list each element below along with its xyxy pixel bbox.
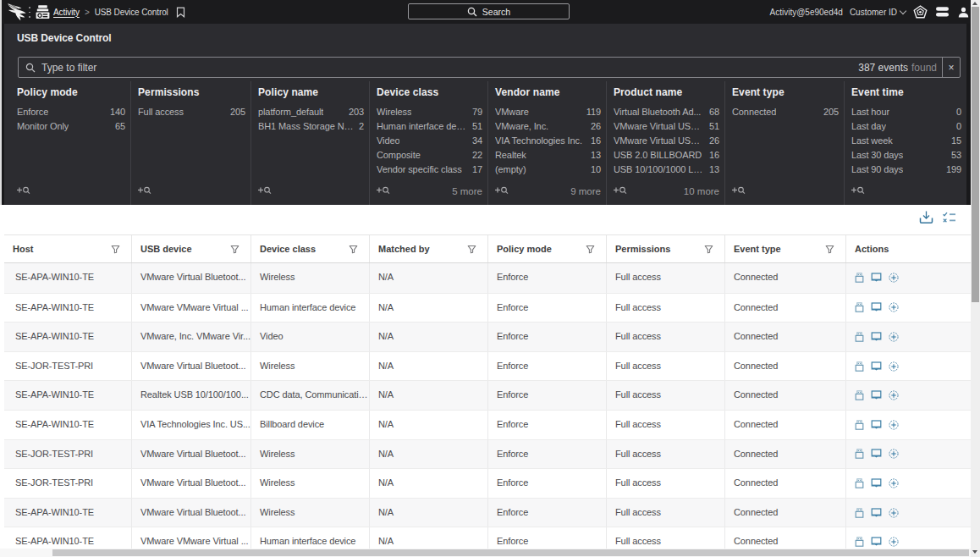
plus-circle-icon[interactable] xyxy=(889,420,899,430)
facet-value[interactable]: platform_default 203 xyxy=(258,105,364,119)
funnel-icon[interactable] xyxy=(349,245,358,254)
facet-value[interactable]: USB 10/100/1000 LAN 13 xyxy=(614,163,719,177)
facet-more-link[interactable]: 5 more xyxy=(452,186,482,196)
facet-value[interactable]: BH1 Mass Storage No ... 2 xyxy=(258,119,364,134)
facet-value[interactable]: Vendor specific class 17 xyxy=(377,163,482,177)
horizontal-scrollbar-thumb[interactable] xyxy=(52,549,969,556)
facet-value[interactable]: VIA Technologies Inc. 16 xyxy=(495,134,601,148)
facet-value[interactable]: VMware Virtual USB ... 26 xyxy=(614,134,719,148)
facet-value[interactable]: Last day 0 xyxy=(851,119,961,134)
funnel-icon[interactable] xyxy=(111,245,120,254)
plus-circle-icon[interactable] xyxy=(889,478,899,488)
usb-device-icon[interactable] xyxy=(855,420,864,430)
facet-value[interactable]: Human interface devi... 51 xyxy=(377,119,482,134)
funnel-icon[interactable] xyxy=(704,245,713,254)
plus-circle-icon[interactable] xyxy=(889,361,899,372)
usb-device-icon[interactable] xyxy=(855,449,864,459)
facet-value[interactable]: USB 2.0 BILLBOARD 16 xyxy=(614,148,719,163)
vertical-scrollbar-thumb[interactable] xyxy=(972,7,979,302)
facet-value[interactable]: Realtek 13 xyxy=(495,148,601,163)
facet-value[interactable]: VMware Virtual USB ... 51 xyxy=(614,119,719,134)
column-select-icon[interactable] xyxy=(942,212,956,223)
computer-icon[interactable] xyxy=(871,273,882,283)
add-facet-filter-button[interactable] xyxy=(138,184,151,199)
scroll-down-arrow-icon[interactable] xyxy=(972,550,977,554)
facet-value[interactable]: VMware, Inc. 26 xyxy=(495,119,601,134)
plus-circle-icon[interactable] xyxy=(889,332,899,342)
facet-value[interactable]: Composite 22 xyxy=(377,148,482,163)
computer-icon[interactable] xyxy=(871,537,882,547)
facet-value[interactable]: Wireless 79 xyxy=(377,105,482,119)
funnel-icon[interactable] xyxy=(586,245,595,254)
cell-device-class: Billboard device xyxy=(251,411,369,439)
funnel-icon[interactable] xyxy=(230,245,239,254)
download-icon[interactable] xyxy=(919,210,933,224)
add-facet-filter-button[interactable] xyxy=(495,184,509,199)
facet-value[interactable]: Full access 205 xyxy=(138,105,245,119)
facet-columns: Policy mode Enforce 140 Monitor Only 65 xyxy=(4,81,966,205)
usb-device-icon[interactable] xyxy=(855,478,864,488)
computer-icon[interactable] xyxy=(871,420,882,430)
funnel-icon[interactable] xyxy=(467,245,476,254)
facet-value-count: 0 xyxy=(956,119,961,134)
breadcrumb-activity-link[interactable]: Activity xyxy=(53,8,80,17)
plus-circle-icon[interactable] xyxy=(889,390,899,400)
computer-icon[interactable] xyxy=(871,390,882,400)
facet-value[interactable]: Connected 205 xyxy=(732,105,839,119)
add-facet-filter-button[interactable] xyxy=(732,184,746,199)
customer-id-dropdown[interactable]: Customer ID xyxy=(850,8,906,17)
computer-icon[interactable] xyxy=(871,478,882,488)
user-icon[interactable] xyxy=(957,6,970,19)
usb-device-icon[interactable] xyxy=(855,508,864,518)
falcon-logo[interactable] xyxy=(7,3,29,25)
facet-value[interactable]: Last week 15 xyxy=(851,134,961,148)
plus-circle-icon[interactable] xyxy=(889,273,899,283)
plus-circle-icon[interactable] xyxy=(889,508,899,518)
usb-device-icon[interactable] xyxy=(855,302,864,312)
vertical-scrollbar[interactable] xyxy=(971,0,980,557)
facet-value[interactable]: (empty) 10 xyxy=(495,163,601,177)
cell-actions xyxy=(845,527,971,549)
plus-circle-icon[interactable] xyxy=(889,449,899,459)
kebab-menu-icon[interactable] xyxy=(29,7,31,18)
global-search-input[interactable]: Search xyxy=(408,3,570,19)
add-facet-filter-button[interactable] xyxy=(258,184,272,199)
cell-permissions: Full access xyxy=(606,294,724,323)
clear-filter-button[interactable]: × xyxy=(942,57,960,78)
facet-value[interactable]: Last 30 days 53 xyxy=(851,148,961,163)
facet-value[interactable]: Last 90 days 199 xyxy=(851,163,961,177)
computer-icon[interactable] xyxy=(871,302,882,312)
facet-value[interactable]: Enforce 140 xyxy=(17,105,125,119)
add-facet-filter-button[interactable] xyxy=(17,184,30,199)
usb-device-icon[interactable] xyxy=(855,537,864,547)
funnel-icon[interactable] xyxy=(825,245,834,254)
add-facet-filter-button[interactable] xyxy=(377,184,390,199)
usb-device-icon[interactable] xyxy=(855,390,864,400)
bookmark-icon[interactable] xyxy=(176,7,185,18)
facet-value[interactable]: Monitor Only 65 xyxy=(17,119,125,134)
filter-input[interactable]: Type to filter 387 events found × xyxy=(18,57,961,78)
facet-value[interactable]: Virtual Bluetooth Ad... 68 xyxy=(614,105,719,119)
facet-more-link[interactable]: 9 more xyxy=(570,186,601,196)
computer-icon[interactable] xyxy=(871,361,882,372)
usb-device-icon[interactable] xyxy=(855,361,864,372)
horizontal-scrollbar[interactable] xyxy=(0,549,971,557)
usb-device-icon[interactable] xyxy=(855,332,864,342)
scroll-up-arrow-icon[interactable] xyxy=(972,2,977,5)
plus-circle-icon[interactable] xyxy=(889,537,899,547)
usb-device-icon[interactable] xyxy=(855,273,864,283)
computer-icon[interactable] xyxy=(871,449,882,459)
computer-icon[interactable] xyxy=(871,508,882,518)
cell-matched-by: N/A xyxy=(369,323,487,351)
add-facet-filter-button[interactable] xyxy=(614,184,627,199)
activity-app-icon[interactable] xyxy=(36,4,50,23)
computer-icon[interactable] xyxy=(871,332,882,342)
facet-value[interactable]: VMware 119 xyxy=(495,105,601,119)
facet-more-link[interactable]: 10 more xyxy=(684,186,719,196)
add-facet-filter-button[interactable] xyxy=(851,184,865,199)
plus-circle-icon[interactable] xyxy=(889,302,899,312)
apps-icon[interactable] xyxy=(935,6,950,18)
facet-value[interactable]: Last hour 0 xyxy=(851,105,961,119)
falcon-badge-icon[interactable] xyxy=(913,5,928,19)
facet-value[interactable]: Video 34 xyxy=(377,134,482,148)
